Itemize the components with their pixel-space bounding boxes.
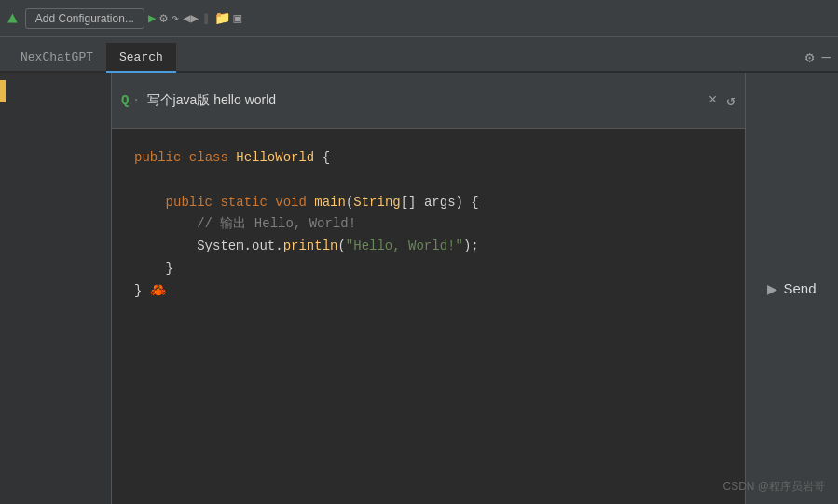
tab-bar: NexChatGPT Search ⚙ — (0, 37, 838, 73)
code-block: public class HelloWorld { public static … (134, 147, 722, 303)
search-separator: · (132, 94, 139, 107)
collapse-icon[interactable]: — (821, 49, 831, 66)
search-area: Q · 写个java版 hello world × ↺ (112, 73, 745, 129)
layout-icon[interactable]: ▣ (234, 10, 241, 26)
step-over-icon[interactable]: ↷ (172, 10, 179, 26)
project-icon[interactable]: 📁 (214, 10, 230, 26)
arrow-icon: ▲ (7, 9, 18, 28)
clear-search-icon[interactable]: × (708, 92, 718, 109)
more-icon[interactable]: ◀▶ (183, 10, 199, 26)
add-configuration-button[interactable]: Add Configuration... (25, 8, 144, 29)
refresh-search-icon[interactable]: ↺ (726, 91, 735, 110)
left-sidebar (0, 73, 112, 504)
search-icon-wrap: Q · (121, 93, 140, 108)
run-icon[interactable]: ▶ (148, 10, 156, 26)
search-actions: × ↺ (708, 91, 735, 110)
send-button[interactable]: ▶ Send (754, 273, 829, 304)
toolbar-left: ▲ Add Configuration... ▶ ⚙ ↷ ◀▶ ❚ 📁 ▣ (7, 8, 831, 29)
watermark: CSDN @程序员岩哥 (722, 479, 825, 495)
tab-actions: ⚙ — (805, 48, 831, 71)
chat-panel: Q · 写个java版 hello world × ↺ public class… (112, 73, 745, 504)
bookmark-indicator (0, 80, 6, 102)
search-query-text: 写个java版 hello world (147, 92, 701, 109)
toolbar: ▲ Add Configuration... ▶ ⚙ ↷ ◀▶ ❚ 📁 ▣ (0, 0, 838, 37)
send-label: Send (783, 280, 816, 296)
build-icon[interactable]: ⚙ (159, 10, 167, 26)
main-content: Q · 写个java版 hello world × ↺ public class… (0, 73, 838, 504)
tab-nexchatgpt[interactable]: NexChatGPT (7, 43, 106, 73)
separator-icon: ❚ (202, 10, 210, 26)
send-arrow-icon: ▶ (767, 281, 777, 296)
settings-icon[interactable]: ⚙ (805, 48, 815, 67)
code-area: public class HelloWorld { public static … (112, 129, 745, 504)
send-panel: ▶ Send (745, 73, 838, 504)
tab-search[interactable]: Search (106, 43, 176, 73)
search-icon: Q (121, 93, 129, 108)
